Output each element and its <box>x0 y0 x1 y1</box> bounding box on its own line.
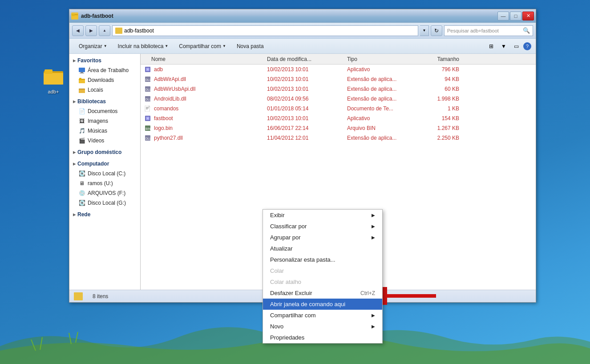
context-menu-item[interactable]: Colar atalho <box>263 276 382 287</box>
context-menu-item[interactable]: Desfazer ExcluirCtrl+Z <box>263 287 382 299</box>
up-button[interactable]: ▲ <box>99 25 110 36</box>
view-toggle-button[interactable]: ⊞ <box>486 41 497 52</box>
file-icon: DLL <box>144 76 151 83</box>
table-row[interactable]: BIN logo.bin 16/06/2017 22:14 Arquivo BI… <box>141 123 536 133</box>
sidebar-item-c-drive[interactable]: 💽 Disco Local (C:) <box>69 169 140 178</box>
svg-line-2 <box>69 333 71 344</box>
videos-label: Vídeos <box>88 138 104 144</box>
help-button[interactable]: ? <box>523 42 531 50</box>
column-name[interactable]: Nome <box>142 56 267 62</box>
column-date[interactable]: Data de modifica... <box>267 56 347 62</box>
sidebar-item-g-drive[interactable]: 💽 Disco Local (G:) <box>69 198 140 208</box>
address-dropdown-button[interactable]: ▼ <box>420 25 429 36</box>
sidebar-item-u-drive[interactable]: 🖥 ramos (U:) <box>69 178 140 188</box>
context-menu-item[interactable]: Personalizar esta pasta... <box>263 254 382 265</box>
preview-pane-button[interactable]: ▭ <box>511 41 521 52</box>
address-path: adb-fastboot <box>124 28 154 34</box>
svg-rect-9 <box>72 14 75 16</box>
sidebar-favorites-label: Favoritos <box>77 57 101 64</box>
file-name-text: fastboot <box>154 115 173 121</box>
music-label: Músicas <box>88 128 107 134</box>
file-icon <box>144 66 151 73</box>
sidebar-homegroup-label: Grupo doméstico <box>77 149 121 155</box>
forward-button[interactable]: ▶ <box>85 25 97 36</box>
ctx-item-label: Atualizar <box>270 245 293 252</box>
recent-label: Locais <box>88 87 103 93</box>
window-title: adb-fastboot <box>81 13 497 19</box>
table-row[interactable]: comandos 01/01/2018 05:14 Documento de T… <box>141 104 536 113</box>
svg-rect-10 <box>79 68 85 72</box>
file-icon <box>144 115 151 122</box>
table-row[interactable]: fastboot 10/02/2013 10:01 Aplicativo 154… <box>141 113 536 123</box>
minimize-button[interactable]: — <box>497 12 509 20</box>
search-field[interactable]: Pesquisar adb+fastboot 🔍 <box>444 25 533 36</box>
table-row[interactable]: DLL AdbWirUsbApi.dll 10/02/2013 10:01 Ex… <box>141 84 536 94</box>
images-label: Imagens <box>88 118 108 124</box>
file-size: 94 KB <box>418 76 463 82</box>
table-row[interactable]: DLL AdbWirApi.dll 10/02/2013 10:01 Exten… <box>141 74 536 84</box>
ctx-item-label: Agrupar por <box>270 234 301 241</box>
svg-rect-20 <box>147 69 149 70</box>
include-library-button[interactable]: Incluir na biblioteca ▼ <box>113 40 174 53</box>
context-menu-item[interactable]: Atualizar <box>263 243 382 254</box>
context-menu-item[interactable]: Compartilhar com▶ <box>263 310 382 321</box>
sidebar-item-music[interactable]: 🎵 Músicas <box>69 126 140 136</box>
sidebar-item-desktop[interactable]: Área de Trabalho <box>69 65 140 75</box>
context-menu-item[interactable]: Propriedades <box>263 332 382 343</box>
sidebar-libraries-header[interactable]: ▶ Bibliotecas <box>69 97 140 106</box>
svg-text:DLL: DLL <box>145 88 151 91</box>
file-name-text: AndroidLib.dll <box>154 96 186 102</box>
desktop-icon-adb[interactable]: adb+ <box>36 66 71 94</box>
ctx-item-label: Abrir janela de comando aqui <box>270 301 345 307</box>
music-sidebar-icon: 🎵 <box>78 127 85 134</box>
column-type[interactable]: Tipo <box>347 56 418 62</box>
column-size[interactable]: Tamanho <box>418 56 463 62</box>
file-name-text: comandos <box>154 105 178 112</box>
red-arrow <box>383 287 440 305</box>
file-date: 10/02/2013 10:01 <box>267 76 347 82</box>
refresh-button[interactable]: ↻ <box>431 25 442 36</box>
sidebar-network-section: ▶ Rede <box>69 210 140 219</box>
sidebar-homegroup-header[interactable]: ▶ Grupo doméstico <box>69 147 140 157</box>
title-bar: adb-fastboot — □ ✕ <box>69 9 536 23</box>
maximize-button[interactable]: □ <box>510 12 521 20</box>
sidebar-computer-header[interactable]: ▶ Computador <box>69 159 140 169</box>
context-menu-item[interactable]: Abrir janela de comando aqui <box>263 299 382 310</box>
table-row[interactable]: adb 10/02/2013 10:01 Aplicativo 796 KB <box>141 65 536 74</box>
sidebar-item-documents[interactable]: 📄 Documentos <box>69 106 140 116</box>
sidebar-item-videos[interactable]: 🎬 Vídeos <box>69 136 140 146</box>
sidebar-item-downloads[interactable]: Downloads <box>69 75 140 85</box>
sidebar-favorites-header[interactable]: ▶ Favoritos <box>69 56 140 65</box>
sidebar-item-f-drive[interactable]: 💿 ARQUIVOS (F:) <box>69 188 140 198</box>
sidebar-item-recent[interactable]: Locais <box>69 85 140 95</box>
svg-rect-34 <box>147 117 149 119</box>
sidebar-network-header[interactable]: ▶ Rede <box>69 210 140 219</box>
table-row[interactable]: DLL AndroidLib.dll 08/02/2014 09:56 Exte… <box>141 94 536 104</box>
context-menu-item[interactable]: Colar <box>263 265 382 276</box>
close-button[interactable]: ✕ <box>522 12 534 20</box>
file-name-text: AdbWirApi.dll <box>154 76 186 82</box>
view-dropdown-button[interactable]: ▼ <box>498 41 509 52</box>
context-menu-item[interactable]: Novo▶ <box>263 321 382 332</box>
file-list-header: Nome Data de modifica... Tipo Tamanho <box>141 54 536 65</box>
g-drive-icon: 💽 <box>78 199 85 206</box>
address-field[interactable]: adb-fastboot <box>112 25 418 36</box>
context-menu-item[interactable]: Agrupar por▶ <box>263 232 382 243</box>
file-size: 1 KB <box>418 105 463 112</box>
documents-label: Documentos <box>88 108 117 114</box>
context-menu-item[interactable]: Classificar por▶ <box>263 221 382 232</box>
table-row[interactable]: DLL python27.dll 11/04/2012 12:01 Extens… <box>141 133 536 143</box>
file-icon: DLL <box>144 134 151 142</box>
sidebar-item-images[interactable]: 🖼 Imagens <box>69 116 140 126</box>
organize-button[interactable]: Organizar ▼ <box>74 40 112 53</box>
svg-rect-17 <box>79 89 85 93</box>
g-drive-label: Disco Local (G:) <box>88 200 126 206</box>
toolbar-right: ⊞ ▼ ▭ ? <box>486 41 531 52</box>
share-with-button[interactable]: Compartilhar com ▼ <box>174 40 231 53</box>
new-folder-button[interactable]: Nova pasta <box>232 40 269 53</box>
ctx-arrow-icon: ▶ <box>372 324 375 329</box>
svg-line-3 <box>76 332 78 343</box>
context-menu-item[interactable]: Exibir▶ <box>263 210 382 221</box>
window-controls: — □ ✕ <box>497 12 534 20</box>
back-button[interactable]: ◀ <box>72 25 84 36</box>
